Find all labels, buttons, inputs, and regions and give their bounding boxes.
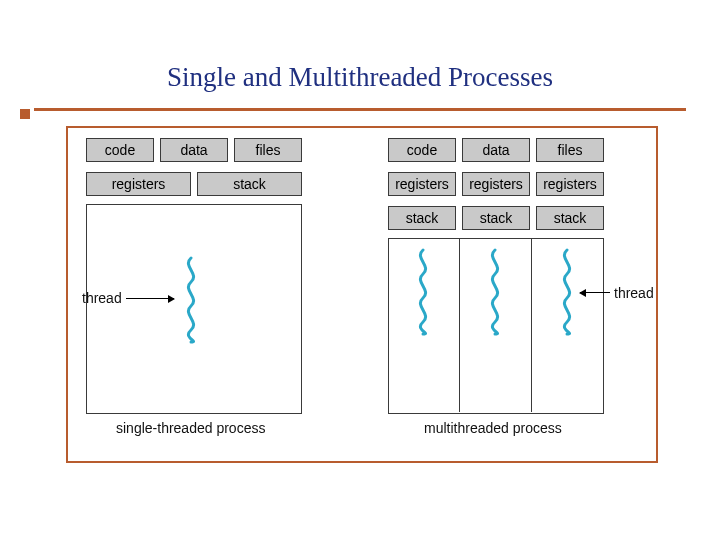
right-data-box: data [462,138,530,162]
right-stack3-box: stack [536,206,604,230]
page-title: Single and Multithreaded Processes [0,62,720,93]
right-stack2-box: stack [462,206,530,230]
left-stack-label: stack [233,176,266,192]
rule-line [34,108,686,111]
right-regs3-box: registers [536,172,604,196]
left-files-box: files [234,138,302,162]
right-regs3-label: registers [543,176,597,192]
left-data-box: data [160,138,228,162]
right-thread-arrow [580,292,610,293]
right-data-label: data [482,142,509,158]
left-thread-squiggle [180,256,202,344]
right-thread-squiggle-1 [412,248,434,336]
right-regs2-label: registers [469,176,523,192]
right-thread-squiggle-3 [556,248,578,336]
diagram-frame: code data files registers stack thread s… [66,126,658,463]
right-regs1-label: registers [395,176,449,192]
right-stack2-label: stack [480,210,513,226]
left-thread-arrow [126,298,174,299]
right-col-div-2 [531,238,532,412]
left-caption: single-threaded process [116,420,265,436]
right-stack3-label: stack [554,210,587,226]
left-thread-label: thread [82,290,122,306]
left-registers-label: registers [112,176,166,192]
right-col-div-1 [459,238,460,412]
left-data-label: data [180,142,207,158]
right-caption: multithreaded process [424,420,562,436]
rule-dash [20,109,30,119]
right-code-label: code [407,142,437,158]
right-code-box: code [388,138,456,162]
right-files-label: files [558,142,583,158]
right-files-box: files [536,138,604,162]
left-registers-box: registers [86,172,191,196]
left-stack-box: stack [197,172,302,196]
right-stack1-box: stack [388,206,456,230]
right-regs2-box: registers [462,172,530,196]
left-files-label: files [256,142,281,158]
right-stack1-label: stack [406,210,439,226]
left-code-box: code [86,138,154,162]
left-code-label: code [105,142,135,158]
right-thread-squiggle-2 [484,248,506,336]
right-thread-label: thread [614,285,654,301]
right-regs1-box: registers [388,172,456,196]
